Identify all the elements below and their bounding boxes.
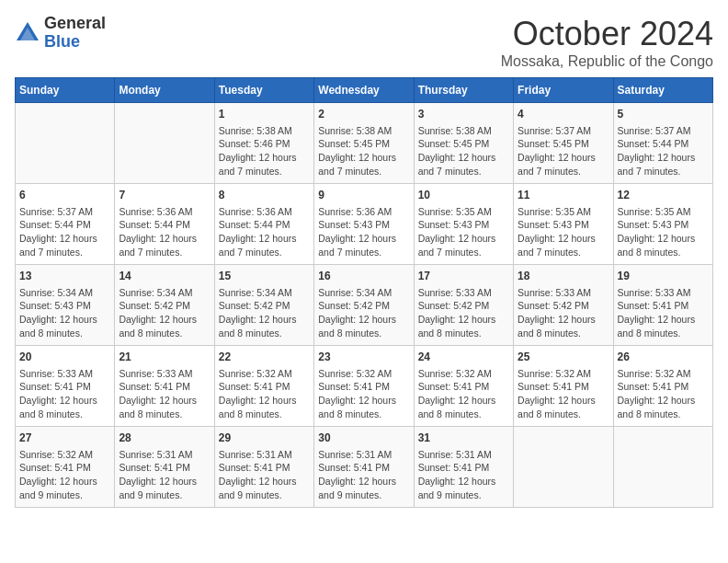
day-number: 1: [219, 107, 310, 122]
calendar-cell: 4Sunrise: 5:37 AM Sunset: 5:45 PM Daylig…: [514, 103, 613, 184]
calendar-cell: [514, 427, 613, 508]
cell-content: Sunrise: 5:31 AM Sunset: 5:41 PM Dayligh…: [119, 448, 210, 502]
calendar-header-row: SundayMondayTuesdayWednesdayThursdayFrid…: [16, 78, 713, 103]
cell-content: Sunrise: 5:37 AM Sunset: 5:44 PM Dayligh…: [19, 205, 110, 259]
calendar-cell: 30Sunrise: 5:31 AM Sunset: 5:41 PM Dayli…: [314, 427, 414, 508]
calendar-cell: 12Sunrise: 5:35 AM Sunset: 5:43 PM Dayli…: [613, 184, 712, 265]
day-number: 30: [318, 431, 409, 446]
day-number: 4: [518, 107, 609, 122]
day-number: 27: [19, 431, 110, 446]
calendar-cell: 1Sunrise: 5:38 AM Sunset: 5:46 PM Daylig…: [214, 103, 313, 184]
calendar-cell: 18Sunrise: 5:33 AM Sunset: 5:42 PM Dayli…: [514, 265, 613, 346]
day-number: 25: [518, 350, 609, 365]
calendar-cell: 20Sunrise: 5:33 AM Sunset: 5:41 PM Dayli…: [16, 346, 115, 427]
cell-content: Sunrise: 5:37 AM Sunset: 5:45 PM Dayligh…: [518, 124, 609, 178]
day-number: 26: [618, 350, 709, 365]
cell-content: Sunrise: 5:35 AM Sunset: 5:43 PM Dayligh…: [518, 205, 609, 259]
calendar-week-row: 1Sunrise: 5:38 AM Sunset: 5:46 PM Daylig…: [16, 103, 713, 184]
day-number: 8: [219, 188, 310, 203]
calendar-cell: 27Sunrise: 5:32 AM Sunset: 5:41 PM Dayli…: [16, 427, 115, 508]
month-title: October 2024: [501, 15, 713, 53]
cell-content: Sunrise: 5:32 AM Sunset: 5:41 PM Dayligh…: [518, 367, 609, 421]
day-header-friday: Friday: [514, 78, 613, 103]
cell-content: Sunrise: 5:31 AM Sunset: 5:41 PM Dayligh…: [318, 448, 409, 502]
calendar-cell: 17Sunrise: 5:33 AM Sunset: 5:42 PM Dayli…: [414, 265, 513, 346]
day-number: 5: [618, 107, 709, 122]
calendar-cell: 28Sunrise: 5:31 AM Sunset: 5:41 PM Dayli…: [115, 427, 214, 508]
day-number: 17: [418, 269, 509, 284]
day-number: 10: [418, 188, 509, 203]
day-number: 23: [318, 350, 409, 365]
day-number: 29: [219, 431, 310, 446]
cell-content: Sunrise: 5:35 AM Sunset: 5:43 PM Dayligh…: [618, 205, 709, 259]
day-header-monday: Monday: [115, 78, 214, 103]
day-header-sunday: Sunday: [16, 78, 115, 103]
logo-icon: [15, 20, 40, 46]
cell-content: Sunrise: 5:32 AM Sunset: 5:41 PM Dayligh…: [418, 367, 509, 421]
day-number: 7: [119, 188, 210, 203]
calendar-cell: 11Sunrise: 5:35 AM Sunset: 5:43 PM Dayli…: [514, 184, 613, 265]
cell-content: Sunrise: 5:38 AM Sunset: 5:45 PM Dayligh…: [418, 124, 509, 178]
day-number: 15: [219, 269, 310, 284]
calendar-cell: 26Sunrise: 5:32 AM Sunset: 5:41 PM Dayli…: [613, 346, 712, 427]
calendar-cell: 15Sunrise: 5:34 AM Sunset: 5:42 PM Dayli…: [214, 265, 313, 346]
logo-general: General: [44, 15, 106, 33]
cell-content: Sunrise: 5:37 AM Sunset: 5:44 PM Dayligh…: [618, 124, 709, 178]
day-number: 28: [119, 431, 210, 446]
calendar-cell: 19Sunrise: 5:33 AM Sunset: 5:41 PM Dayli…: [613, 265, 712, 346]
calendar-cell: 10Sunrise: 5:35 AM Sunset: 5:43 PM Dayli…: [414, 184, 513, 265]
calendar-cell: 14Sunrise: 5:34 AM Sunset: 5:42 PM Dayli…: [115, 265, 214, 346]
calendar-cell: [613, 427, 712, 508]
calendar-cell: 29Sunrise: 5:31 AM Sunset: 5:41 PM Dayli…: [214, 427, 313, 508]
cell-content: Sunrise: 5:34 AM Sunset: 5:43 PM Dayligh…: [19, 286, 110, 340]
day-header-saturday: Saturday: [613, 78, 712, 103]
day-number: 3: [418, 107, 509, 122]
calendar-cell: 31Sunrise: 5:31 AM Sunset: 5:41 PM Dayli…: [414, 427, 513, 508]
cell-content: Sunrise: 5:33 AM Sunset: 5:41 PM Dayligh…: [19, 367, 110, 421]
cell-content: Sunrise: 5:36 AM Sunset: 5:44 PM Dayligh…: [219, 205, 310, 259]
calendar-cell: 3Sunrise: 5:38 AM Sunset: 5:45 PM Daylig…: [414, 103, 513, 184]
calendar-cell: [16, 103, 115, 184]
calendar-cell: 24Sunrise: 5:32 AM Sunset: 5:41 PM Dayli…: [414, 346, 513, 427]
cell-content: Sunrise: 5:34 AM Sunset: 5:42 PM Dayligh…: [219, 286, 310, 340]
location-title: Mossaka, Republic of the Congo: [501, 53, 713, 70]
cell-content: Sunrise: 5:34 AM Sunset: 5:42 PM Dayligh…: [119, 286, 210, 340]
cell-content: Sunrise: 5:32 AM Sunset: 5:41 PM Dayligh…: [318, 367, 409, 421]
day-number: 6: [19, 188, 110, 203]
cell-content: Sunrise: 5:32 AM Sunset: 5:41 PM Dayligh…: [19, 448, 110, 502]
day-number: 13: [19, 269, 110, 284]
calendar-cell: 25Sunrise: 5:32 AM Sunset: 5:41 PM Dayli…: [514, 346, 613, 427]
cell-content: Sunrise: 5:33 AM Sunset: 5:42 PM Dayligh…: [518, 286, 609, 340]
calendar-week-row: 6Sunrise: 5:37 AM Sunset: 5:44 PM Daylig…: [16, 184, 713, 265]
day-number: 11: [518, 188, 609, 203]
day-header-thursday: Thursday: [414, 78, 513, 103]
cell-content: Sunrise: 5:38 AM Sunset: 5:45 PM Dayligh…: [318, 124, 409, 178]
calendar-cell: [115, 103, 214, 184]
calendar-table: SundayMondayTuesdayWednesdayThursdayFrid…: [15, 77, 713, 508]
calendar-cell: 22Sunrise: 5:32 AM Sunset: 5:41 PM Dayli…: [214, 346, 313, 427]
cell-content: Sunrise: 5:32 AM Sunset: 5:41 PM Dayligh…: [219, 367, 310, 421]
calendar-cell: 7Sunrise: 5:36 AM Sunset: 5:44 PM Daylig…: [115, 184, 214, 265]
day-number: 2: [318, 107, 409, 122]
cell-content: Sunrise: 5:32 AM Sunset: 5:41 PM Dayligh…: [618, 367, 709, 421]
logo-text: General Blue: [44, 15, 106, 52]
cell-content: Sunrise: 5:31 AM Sunset: 5:41 PM Dayligh…: [219, 448, 310, 502]
day-number: 31: [418, 431, 509, 446]
calendar-cell: 5Sunrise: 5:37 AM Sunset: 5:44 PM Daylig…: [613, 103, 712, 184]
day-number: 16: [318, 269, 409, 284]
day-number: 18: [518, 269, 609, 284]
calendar-cell: 9Sunrise: 5:36 AM Sunset: 5:43 PM Daylig…: [314, 184, 414, 265]
calendar-week-row: 27Sunrise: 5:32 AM Sunset: 5:41 PM Dayli…: [16, 427, 713, 508]
calendar-cell: 8Sunrise: 5:36 AM Sunset: 5:44 PM Daylig…: [214, 184, 313, 265]
calendar-cell: 2Sunrise: 5:38 AM Sunset: 5:45 PM Daylig…: [314, 103, 414, 184]
logo: General Blue: [15, 15, 106, 52]
cell-content: Sunrise: 5:38 AM Sunset: 5:46 PM Dayligh…: [219, 124, 310, 178]
day-number: 24: [418, 350, 509, 365]
cell-content: Sunrise: 5:31 AM Sunset: 5:41 PM Dayligh…: [418, 448, 509, 502]
day-number: 12: [618, 188, 709, 203]
cell-content: Sunrise: 5:33 AM Sunset: 5:41 PM Dayligh…: [618, 286, 709, 340]
calendar-cell: 21Sunrise: 5:33 AM Sunset: 5:41 PM Dayli…: [115, 346, 214, 427]
cell-content: Sunrise: 5:33 AM Sunset: 5:41 PM Dayligh…: [119, 367, 210, 421]
cell-content: Sunrise: 5:35 AM Sunset: 5:43 PM Dayligh…: [418, 205, 509, 259]
calendar-cell: 13Sunrise: 5:34 AM Sunset: 5:43 PM Dayli…: [16, 265, 115, 346]
